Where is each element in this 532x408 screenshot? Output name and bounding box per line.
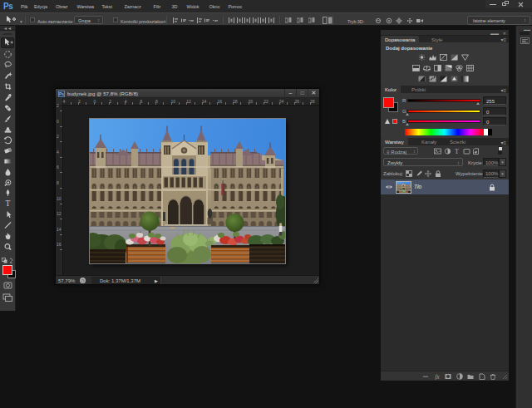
svg-text:T: T bbox=[6, 199, 11, 208]
svg-text:T: T bbox=[455, 148, 459, 155]
svg-text:fx: fx bbox=[435, 373, 440, 380]
